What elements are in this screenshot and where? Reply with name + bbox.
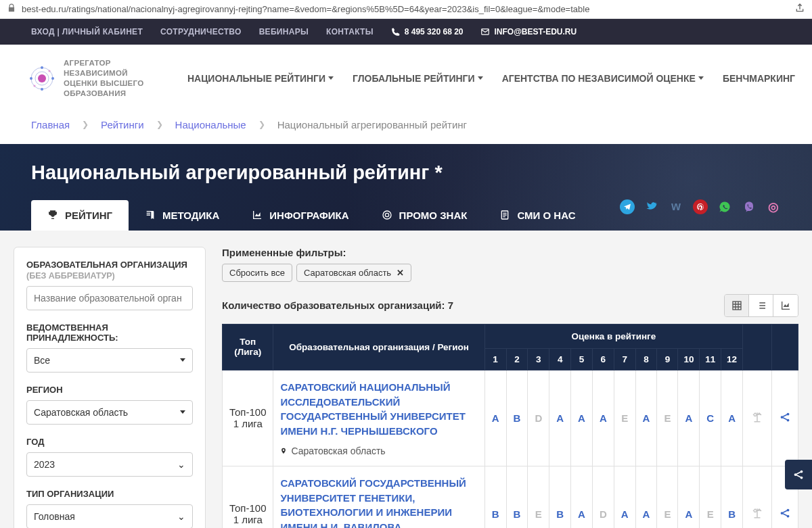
vk-icon[interactable]: w — [669, 199, 683, 214]
col-score-2[interactable]: 2 — [506, 348, 528, 370]
col-score-8[interactable]: 8 — [635, 348, 657, 370]
col-org: Образовательная организация / Регион — [273, 324, 484, 370]
email-address: INFO@BEST-EDU.RU — [494, 27, 577, 37]
phone-contact[interactable]: 8 495 320 68 20 — [391, 27, 464, 37]
area-chart-icon — [780, 300, 791, 311]
webinars-link[interactable]: ВЕБИНАРЫ — [259, 27, 309, 37]
col-score-1[interactable]: 1 — [484, 348, 506, 370]
cell-grade[interactable]: B — [721, 466, 743, 528]
col-score-10[interactable]: 10 — [678, 348, 700, 370]
cell-grade[interactable]: C — [700, 370, 721, 466]
cell-compare[interactable] — [743, 466, 772, 528]
filter-region-label: РЕГИОН — [26, 385, 193, 395]
telegram-icon[interactable] — [620, 199, 635, 214]
close-icon[interactable]: ✕ — [397, 268, 404, 278]
cell-grade[interactable]: A — [721, 370, 743, 466]
tab-methodology[interactable]: МЕТОДИКА — [129, 200, 235, 231]
pinterest-icon[interactable] — [693, 199, 708, 214]
crumb-home[interactable]: Главная — [31, 119, 70, 130]
svg-point-10 — [383, 211, 391, 219]
chevron-down-icon: ⌄ — [177, 511, 185, 522]
brand[interactable]: АГРЕГАТОР НЕЗАВИСИМОЙ ОЦЕНКИ ВЫСШЕГО ОБР… — [27, 58, 171, 99]
col-score-12[interactable]: 12 — [721, 348, 743, 370]
email-contact[interactable]: INFO@BEST-EDU.RU — [480, 27, 577, 37]
cell-grade[interactable]: A — [635, 466, 657, 528]
cell-grade[interactable]: D — [528, 370, 549, 466]
chart-icon — [252, 210, 263, 220]
twitter-icon[interactable] — [644, 199, 659, 214]
col-score-7[interactable]: 7 — [614, 348, 635, 370]
org-link[interactable]: САРАТОВСКИЙ ГОСУДАРСТВЕННЫЙ УНИВЕРСИТЕТ … — [280, 476, 477, 528]
tab-promo[interactable]: ПРОМО ЗНАК — [365, 200, 484, 231]
col-score-6[interactable]: 6 — [592, 348, 614, 370]
nav-global[interactable]: ГЛОБАЛЬНЫЕ РЕЙТИНГИ — [353, 73, 483, 84]
cell-grade[interactable]: A — [549, 370, 571, 466]
cell-grade[interactable]: E — [700, 466, 721, 528]
cell-grade[interactable]: A — [571, 466, 593, 528]
applied-filters-title: Примененные фильтры: — [222, 247, 798, 258]
reset-filters-button[interactable]: Сбросить все — [222, 264, 292, 282]
year-select[interactable]: 2023 ⌄ — [26, 452, 193, 477]
instagram-icon[interactable]: ◎ — [766, 199, 781, 214]
whatsapp-icon[interactable] — [717, 199, 732, 214]
cell-grade[interactable]: D — [592, 466, 614, 528]
org-link[interactable]: САРАТОВСКИЙ НАЦИОНАЛЬНЫЙ ИССЛЕДОВАТЕЛЬСК… — [280, 380, 477, 439]
col-score-3[interactable]: 3 — [528, 348, 549, 370]
login-link[interactable]: ВХОД | ЛИЧНЫЙ КАБИНЕТ — [31, 27, 143, 37]
tab-press[interactable]: СМИ О НАС — [483, 200, 591, 231]
cell-grade[interactable]: A — [678, 370, 700, 466]
col-score-11[interactable]: 11 — [700, 348, 721, 370]
chevron-down-icon — [478, 76, 483, 80]
viber-icon[interactable] — [742, 199, 757, 214]
trophy-icon — [47, 210, 58, 220]
cell-grade[interactable]: E — [614, 370, 635, 466]
col-share — [772, 324, 798, 370]
filter-sidebar: ОБРАЗОВАТЕЛЬНАЯ ОРГАНИЗАЦИЯ (БЕЗ АББРЕВИ… — [14, 247, 206, 528]
cell-share[interactable] — [772, 370, 798, 466]
page-title: Национальный агрегированный рейтинг * — [31, 162, 781, 184]
cell-grade[interactable]: A — [592, 370, 614, 466]
filter-chip-region[interactable]: Саратовская область✕ — [296, 264, 411, 282]
cell-grade[interactable]: B — [484, 466, 506, 528]
contacts-link[interactable]: КОНТАКТЫ — [326, 27, 374, 37]
cell-grade[interactable]: A — [571, 370, 593, 466]
cell-grade[interactable]: A — [635, 370, 657, 466]
col-score-4[interactable]: 4 — [549, 348, 571, 370]
department-value: Все — [34, 355, 50, 366]
cell-compare[interactable] — [743, 370, 772, 466]
tab-rating[interactable]: РЕЙТИНГ — [31, 200, 129, 231]
view-table-button[interactable] — [725, 295, 749, 316]
cell-grade[interactable]: E — [657, 466, 678, 528]
nav-national[interactable]: НАЦИОНАЛЬНЫЕ РЕЙТИНГИ — [187, 73, 334, 84]
cell-grade[interactable]: E — [657, 370, 678, 466]
address-url[interactable]: best-edu.ru/ratings/national/nacionalnyj… — [22, 4, 789, 14]
crumb-ratings[interactable]: Рейтинги — [101, 119, 143, 130]
view-chart-button[interactable] — [773, 295, 798, 316]
social-links: w ◎ — [620, 199, 781, 214]
crumb-national[interactable]: Национальные — [175, 119, 246, 130]
cell-grade[interactable]: B — [549, 466, 571, 528]
cell-grade[interactable]: B — [506, 466, 528, 528]
department-select[interactable]: Все — [26, 348, 193, 373]
region-select[interactable]: Саратовская область — [26, 400, 193, 425]
cell-grade[interactable]: A — [678, 466, 700, 528]
floating-share-button[interactable] — [785, 460, 812, 489]
crumb-current: Национальный агрегированный рейтинг — [277, 119, 467, 130]
coop-link[interactable]: СОТРУДНИЧЕСТВО — [160, 27, 242, 37]
cell-org: САРАТОВСКИЙ НАЦИОНАЛЬНЫЙ ИССЛЕДОВАТЕЛЬСК… — [273, 370, 484, 466]
cell-grade[interactable]: A — [614, 466, 635, 528]
cell-grade[interactable]: A — [484, 370, 506, 466]
filter-depart-label: ВЕДОМСТВЕННАЯПРИНАДЛЕЖНОСТЬ: — [26, 322, 193, 343]
share-page-icon[interactable] — [794, 3, 805, 16]
cell-grade[interactable]: B — [506, 370, 528, 466]
nav-agencies[interactable]: АГЕНТСТВА ПО НЕЗАВИСИМОЙ ОЦЕНКЕ — [502, 73, 704, 84]
tab-infographics[interactable]: ИНФОГРАФИКА — [235, 200, 365, 231]
org-type-select[interactable]: Головная ⌄ — [26, 504, 193, 528]
col-score-9[interactable]: 9 — [657, 348, 678, 370]
org-name-input[interactable] — [26, 286, 193, 310]
cell-grade[interactable]: E — [528, 466, 549, 528]
org-region: Саратовская область — [280, 446, 477, 456]
nav-benchmarking[interactable]: БЕНЧМАРКИНГ — [723, 73, 795, 84]
view-list-button[interactable] — [749, 295, 773, 316]
col-score-5[interactable]: 5 — [571, 348, 593, 370]
